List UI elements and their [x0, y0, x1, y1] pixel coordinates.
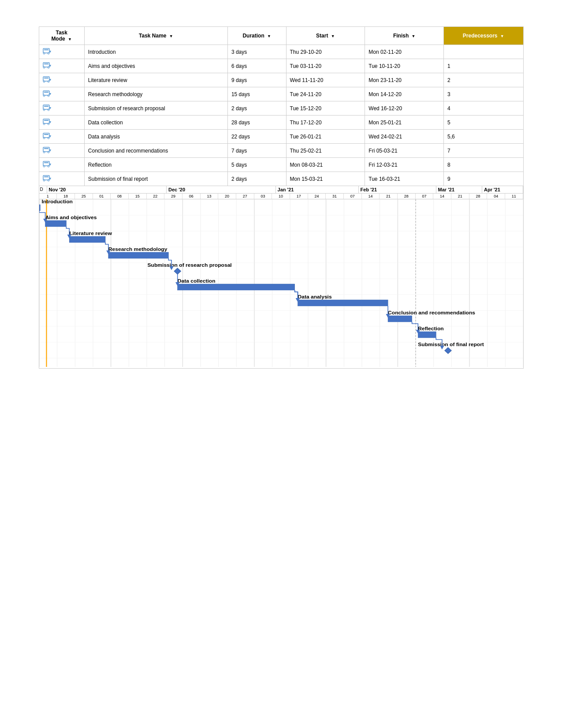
gantt-bar — [45, 220, 66, 227]
task-name-cell: Conclusion and recommendations — [84, 144, 227, 158]
gantt-month-label: Dec '20 — [167, 186, 276, 193]
table-row: Data analysis22 daysTue 26-01-21Wed 24-0… — [39, 130, 523, 144]
gantt-day-label: 29 — [164, 194, 182, 199]
task-duration-cell: 2 days — [227, 172, 286, 186]
task-name-dropdown-icon[interactable]: ▼ — [169, 34, 173, 38]
gantt-task-label: Introduction — [41, 199, 72, 204]
header-predecessors[interactable]: Predecessors ▼ — [444, 27, 523, 45]
gantt-day-label: 31 — [326, 194, 344, 199]
task-start-cell: Tue 03-11-20 — [286, 59, 365, 73]
task-name-cell: Aims and objectives — [84, 59, 227, 73]
gantt-day-label: 04 — [487, 194, 505, 199]
task-mode-icon — [43, 76, 52, 83]
gantt-day-label: 17 — [290, 194, 308, 199]
task-name-cell: Research methodology — [84, 87, 227, 101]
gantt-day-label: 06 — [182, 194, 201, 199]
gantt-bar — [69, 236, 105, 243]
task-start-cell: Tue 24-11-20 — [286, 87, 365, 101]
duration-dropdown-icon[interactable]: ▼ — [267, 34, 271, 38]
task-predecessors-cell: 1 — [444, 59, 523, 73]
table-row: Aims and objectives6 daysTue 03-11-20Tue… — [39, 59, 523, 73]
task-start-cell: Thu 29-10-20 — [286, 45, 365, 59]
table-row: Submission of research proposal2 daysTue… — [39, 101, 523, 116]
task-start-cell: Tue 15-12-20 — [286, 101, 365, 116]
gantt-day-label: 07 — [416, 194, 434, 199]
task-duration-cell: 22 days — [227, 130, 286, 144]
svg-rect-12 — [43, 91, 49, 95]
task-predecessors-cell — [444, 45, 523, 59]
start-dropdown-icon[interactable]: ▼ — [331, 34, 335, 38]
finish-dropdown-icon[interactable]: ▼ — [412, 34, 416, 38]
svg-rect-20 — [43, 119, 49, 123]
task-finish-cell: Fri 05-03-21 — [365, 144, 444, 158]
task-mode-icon — [43, 132, 52, 139]
task-name-cell: Reflection — [84, 158, 227, 172]
gantt-day-label: 03 — [254, 194, 272, 199]
gantt-month-label: Mar '21 — [436, 186, 482, 193]
task-duration-cell: 3 days — [227, 45, 286, 59]
task-mode-cell — [39, 130, 84, 144]
gantt-task-label: Data collection — [177, 278, 215, 283]
svg-rect-0 — [43, 49, 49, 53]
gantt-month-label: Feb '21 — [359, 186, 436, 193]
svg-rect-33 — [44, 162, 48, 163]
gantt-day-label: 14 — [433, 194, 451, 199]
task-finish-cell: Fri 12-03-21 — [365, 158, 444, 172]
svg-rect-17 — [44, 106, 48, 107]
gantt-day-label: 25 — [75, 194, 93, 199]
svg-rect-32 — [43, 161, 49, 166]
task-table: TaskMode ▼ Task Name ▼ Duration ▼ Start … — [39, 26, 524, 186]
header-start[interactable]: Start ▼ — [286, 27, 365, 45]
gantt-task-label: Literature review — [69, 231, 112, 235]
table-row: Reflection5 daysMon 08-03-21Fri 12-03-21… — [39, 158, 523, 172]
task-start-cell: Wed 11-11-20 — [286, 73, 365, 87]
task-predecessors-cell: 8 — [444, 158, 523, 172]
task-finish-cell: Wed 16-12-20 — [365, 101, 444, 116]
predecessors-dropdown-icon[interactable]: ▼ — [500, 34, 504, 38]
task-name-cell: Submission of research proposal — [84, 101, 227, 116]
task-duration-cell: 9 days — [227, 73, 286, 87]
task-name-cell: Literature review — [84, 73, 227, 87]
task-name-cell: Data collection — [84, 116, 227, 130]
task-mode-cell — [39, 158, 84, 172]
gantt-day-label: 18 — [57, 194, 75, 199]
gantt-month-first-cell: D — [39, 186, 47, 193]
task-predecessors-cell: 5 — [444, 116, 523, 130]
gantt-bar — [39, 205, 40, 211]
table-row: Introduction3 daysThu 29-10-20Mon 02-11-… — [39, 45, 523, 59]
gantt-container: TaskMode ▼ Task Name ▼ Duration ▼ Start … — [39, 26, 524, 369]
task-name-cell: Data analysis — [84, 130, 227, 144]
task-mode-cell — [39, 116, 84, 130]
task-mode-icon — [43, 48, 52, 55]
gantt-day-label: 27 — [236, 194, 254, 199]
gantt-month-label: Jan '21 — [276, 186, 359, 193]
task-start-cell: Mon 08-03-21 — [286, 158, 365, 172]
gantt-day-label: 1 — [39, 194, 57, 199]
header-task-mode[interactable]: TaskMode ▼ — [39, 27, 84, 45]
task-mode-icon — [43, 90, 52, 97]
gantt-bar — [177, 284, 294, 290]
gantt-bar — [388, 316, 412, 322]
task-duration-cell: 28 days — [227, 116, 286, 130]
gantt-day-label: 28 — [469, 194, 488, 199]
gantt-month-label: Nov '20 — [47, 186, 167, 193]
task-start-cell: Mon 15-03-21 — [286, 172, 365, 186]
task-duration-cell: 15 days — [227, 87, 286, 101]
gantt-day-label: 21 — [380, 194, 398, 199]
gantt-connector — [105, 243, 108, 252]
gantt-svg: IntroductionAims and objectivesLiteratur… — [39, 199, 523, 367]
gantt-task-label: Submission of final report — [418, 342, 484, 347]
gantt-task-label: Reflection — [418, 326, 443, 331]
svg-rect-8 — [43, 77, 49, 81]
task-finish-cell: Mon 02-11-20 — [365, 45, 444, 59]
gantt-connector — [294, 290, 298, 300]
header-task-name[interactable]: Task Name ▼ — [84, 27, 227, 45]
header-duration[interactable]: Duration ▼ — [227, 27, 286, 45]
task-mode-dropdown-icon[interactable]: ▼ — [68, 37, 72, 41]
gantt-chart: D Nov '20Dec '20Jan '21Feb '21Mar '21Apr… — [39, 186, 524, 369]
header-finish[interactable]: Finish ▼ — [365, 27, 444, 45]
gantt-day-label: 10 — [272, 194, 290, 199]
task-mode-cell — [39, 87, 84, 101]
svg-rect-13 — [44, 92, 48, 93]
gantt-bars-area: IntroductionAims and objectivesLiteratur… — [39, 199, 523, 368]
